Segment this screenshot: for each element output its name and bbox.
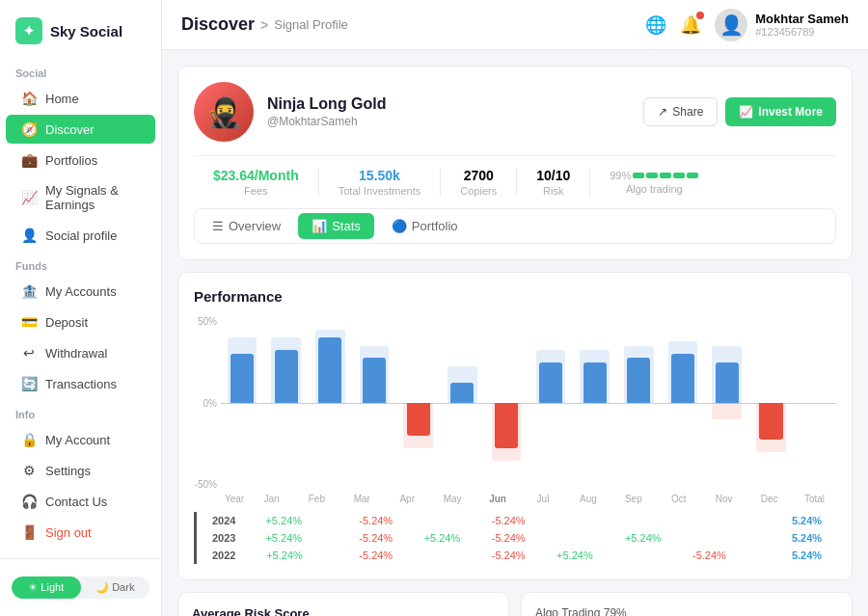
sidebar-item-accounts-label: My Accounts — [45, 284, 117, 299]
profile-identity: 🥷 Ninja Long Gold @MokhtarSameh — [194, 82, 387, 142]
user-name: Mokhtar Sameh — [755, 12, 849, 26]
stat-copiers-label: Copiers — [460, 185, 497, 197]
sidebar-item-deposit-label: Deposit — [45, 315, 88, 330]
social-profile-icon: 👤 — [21, 228, 37, 243]
x-labels: Year Jan Feb Mar Apr May Jun Jul Aug Sep… — [194, 494, 836, 504]
stat-fees-label: Fees — [213, 185, 299, 197]
perf-value-cell — [320, 529, 332, 547]
sidebar-item-social-profile[interactable]: 👤 Social profile — [6, 221, 155, 250]
bar-group — [442, 316, 484, 490]
perf-value-cell: -5.24% — [476, 512, 541, 529]
invest-button[interactable]: 📈 Invest More — [725, 97, 836, 126]
sidebar-item-discover[interactable]: 🧭 Discover — [6, 115, 155, 144]
sidebar-item-withdrawal-label: Withdrawal — [45, 346, 107, 361]
header-actions: 🌐 🔔 👤 Mokhtar Sameh #123456789 — [645, 9, 849, 41]
share-button[interactable]: ↗ Share — [643, 97, 718, 126]
tab-stats[interactable]: 📊 Stats — [298, 213, 374, 239]
perf-value-cell: +5.24% — [408, 529, 476, 547]
perf-value-cell: -5.24% — [476, 529, 541, 547]
algo-display: 99% — [610, 170, 698, 181]
sidebar-item-deposit[interactable]: 💳 Deposit — [6, 308, 155, 336]
signout-icon: 🚪 — [21, 524, 37, 540]
chart-wrapper: 50% 0% -50% — [194, 316, 836, 490]
perf-row: 2022+5.24%-5.24%-5.24%+5.24%-5.24%5.24% — [196, 547, 837, 564]
perf-year-cell: 2022 — [196, 547, 250, 564]
bar-group — [353, 316, 395, 490]
bottom-charts-row: Average Risk Score Algo Trading 79% Maxi… — [177, 592, 853, 616]
sidebar-item-signals[interactable]: 📈 My Signals & Earnings — [6, 176, 155, 219]
funds-section-label: Funds — [0, 251, 161, 276]
perf-value-cell — [320, 512, 332, 529]
sidebar-item-signout-label: Sign out — [45, 525, 92, 540]
perf-year-cell: 2024 — [196, 512, 250, 529]
profile-actions: ↗ Share 📈 Invest More — [643, 97, 836, 126]
sidebar-item-accounts[interactable]: 🏦 My Accounts — [6, 277, 155, 306]
portfolio-icon: 🔵 — [392, 219, 407, 233]
breadcrumb: Discover > Signal Profile — [181, 14, 348, 35]
profile-avatar: 🥷 — [194, 82, 254, 142]
stat-algo-label: Algo trading — [610, 183, 698, 195]
sidebar-item-signout[interactable]: 🚪 Sign out — [6, 518, 155, 547]
perf-year-cell: 2023 — [196, 529, 250, 547]
stat-investments-label: Total Investments — [339, 185, 421, 197]
perf-value-cell — [609, 512, 677, 529]
bar-group — [706, 316, 748, 490]
algo-seg-1 — [633, 173, 644, 178]
perf-value-cell: +5.24% — [609, 529, 677, 547]
perf-value-cell — [742, 512, 753, 529]
bar-pos — [716, 362, 739, 404]
perf-value-cell: -5.24% — [343, 547, 408, 564]
bar-group — [309, 316, 351, 490]
sidebar-item-contact[interactable]: 🎧 Contact Us — [6, 487, 155, 516]
perf-table: 2024+5.24%-5.24%-5.24%5.24%2023+5.24%-5.… — [194, 512, 836, 564]
signals-icon: 📈 — [21, 190, 37, 205]
dark-mode-button[interactable]: 🌙 Dark — [81, 576, 150, 599]
profile-name: Ninja Long Gold — [267, 95, 387, 113]
sidebar-item-settings[interactable]: ⚙ Settings — [6, 456, 155, 485]
breadcrumb-title: Discover — [181, 14, 255, 35]
accounts-icon: 🏦 — [21, 283, 37, 299]
x-label-year: Year — [221, 494, 248, 504]
tab-bar: ☰ Overview 📊 Stats 🔵 Portfolio — [194, 208, 836, 244]
sidebar: ✦ Sky Social Social 🏠 Home 🧭 Discover 💼 … — [0, 0, 162, 616]
sidebar-item-withdrawal[interactable]: ↩ Withdrawal — [6, 338, 155, 367]
invest-icon: 📈 — [739, 105, 753, 119]
logo-icon: ✦ — [15, 17, 42, 44]
social-section-label: Social — [0, 58, 161, 83]
sidebar-item-settings-label: Settings — [45, 464, 91, 478]
y-label-top: 50% — [194, 316, 217, 327]
perf-value-cell — [677, 512, 742, 529]
sidebar-item-transactions[interactable]: 🔄 Transactions — [6, 369, 155, 398]
header: Discover > Signal Profile 🌐 🔔 👤 Mokhtar … — [162, 0, 868, 50]
stats-icon: 📊 — [312, 219, 327, 233]
sidebar-item-account[interactable]: 🔒 My Account — [6, 425, 155, 454]
tab-area: ☰ Overview 📊 Stats 🔵 Portfolio — [194, 208, 836, 244]
perf-value-cell — [609, 547, 677, 564]
tab-portfolio[interactable]: 🔵 Portfolio — [378, 213, 472, 239]
perf-value-cell: 5.24% — [777, 512, 836, 529]
perf-value-cell — [320, 547, 332, 564]
perf-value-cell: +5.24% — [540, 547, 609, 564]
perf-value-cell — [332, 512, 343, 529]
risk-display: 10/10 — [536, 168, 570, 183]
theme-toggle[interactable]: ☀ Light 🌙 Dark — [12, 576, 149, 599]
perf-value-cell — [408, 547, 476, 564]
stat-risk: 10/10 Risk — [517, 168, 590, 197]
perf-value-cell — [766, 547, 777, 564]
globe-icon[interactable]: 🌐 — [645, 14, 666, 36]
perf-value-cell: +5.24% — [249, 547, 319, 564]
avatar: 👤 — [715, 9, 747, 41]
profile-card: 🥷 Ninja Long Gold @MokhtarSameh ↗ Share … — [177, 66, 853, 260]
tab-overview[interactable]: ☰ Overview — [199, 213, 294, 239]
discover-icon: 🧭 — [21, 121, 37, 137]
sidebar-item-home[interactable]: 🏠 Home — [6, 84, 155, 113]
sidebar-item-portfolios-label: Portfolios — [45, 153, 97, 168]
sidebar-item-account-label: My Account — [45, 433, 110, 447]
sidebar-item-discover-label: Discover — [45, 122, 95, 137]
perf-value-cell: 5.24% — [777, 529, 836, 547]
breadcrumb-subtitle: Signal Profile — [274, 17, 348, 32]
sidebar-item-portfolios[interactable]: 💼 Portfolios — [6, 146, 155, 174]
bar-group — [750, 316, 793, 490]
notification-bell-icon[interactable]: 🔔 — [680, 14, 701, 36]
light-mode-button[interactable]: ☀ Light — [12, 576, 81, 599]
